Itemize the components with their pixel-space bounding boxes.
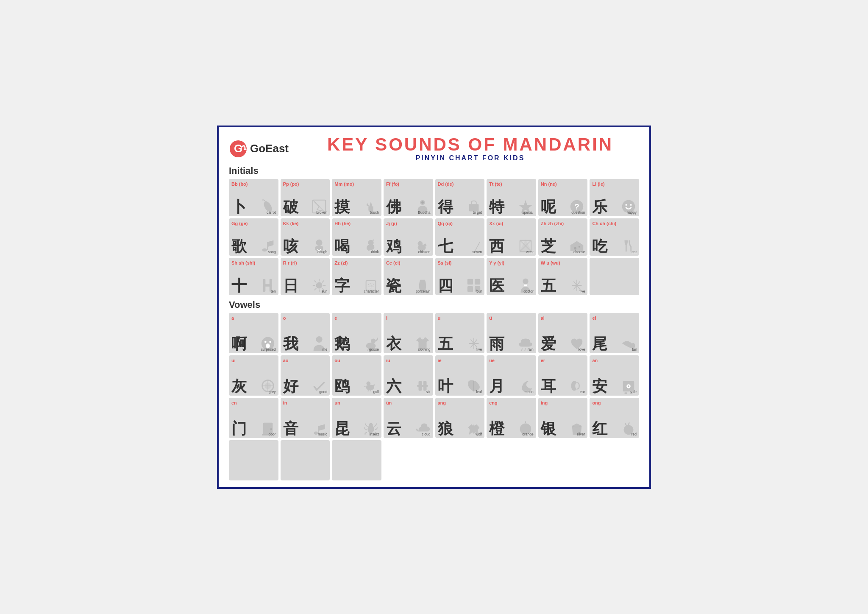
svg-line-41 [314,288,317,290]
svg-rect-46 [467,286,473,291]
grid-cell: ai爱love [538,313,588,353]
svg-line-38 [314,280,317,282]
cell-word: clothing [418,347,430,352]
cell-char: 门 [231,421,247,436]
grid-cell: Bb (bo)卜carrot [229,179,278,216]
vowels-grid: a啊surprisedo我mee鹅goosei衣clothingu五fiveü雨… [229,313,639,480]
cell-char: 字 [334,278,350,293]
cell-char: 耳 [541,379,556,394]
cell-word: doctor [523,289,534,293]
grid-cell [590,258,639,295]
cell-word: chicken [418,250,431,254]
grid-cell: in音music [281,398,330,438]
cell-word: drink [371,250,378,254]
grid-cell: ün云cloud [384,398,433,438]
svg-point-48 [523,278,528,284]
cell-label: Y y (yi) [489,260,534,266]
cell-body: 我 [283,322,328,352]
cell-char: 瓷 [386,278,401,293]
cell-char: 六 [386,379,401,394]
grid-cell: an安safe [590,355,639,396]
cell-word: to get [473,210,482,215]
cell-body: 尾 [592,322,637,352]
grid-cell: Ch ch (chi)吃eat [590,218,639,256]
svg-point-18 [316,239,323,246]
cell-char: 尾 [592,336,607,352]
cell-char: 十 [231,278,247,293]
svg-marker-26 [570,241,583,251]
cell-label: ou [334,358,379,363]
cell-label: Xx (xi) [489,221,534,226]
cell-label: Pp (po) [283,181,328,187]
grid-cell [229,440,278,480]
cell-label: Jj (ji) [386,221,431,226]
cell-char: 吃 [592,239,607,254]
cell-label: ei [592,315,637,321]
cell-body: 五 [541,267,585,293]
cell-char: 红 [592,421,607,436]
grid-cell: Qq (qi)七seven [435,218,485,256]
cell-word: six [426,390,430,394]
initials-label: Initials [229,165,639,176]
svg-point-16 [262,248,267,251]
cell-label: un [334,400,379,406]
cell-word: four [476,289,482,293]
cell-body: 六 [386,364,431,394]
cell-char: 橙 [489,421,504,436]
cell-word: tail [632,347,637,352]
cell-label: o [283,315,328,321]
cell-body: 日 [283,267,328,293]
svg-point-81 [369,423,373,427]
svg-text:G: G [234,142,242,155]
grid-cell: i衣clothing [384,313,433,353]
cell-char: 佛 [386,199,401,215]
svg-point-76 [270,428,272,430]
cell-word: five [579,289,585,293]
grid-cell: a啊surprised [229,313,278,353]
cell-char: 摸 [334,199,350,215]
grid-cell: eng橙orange [487,398,536,438]
grid-cell: ing银silver [538,398,588,438]
cell-char: 歌 [231,239,247,254]
cell-body: 鸥 [334,364,379,394]
cell-label: er [541,358,585,363]
svg-point-14 [625,204,627,206]
cell-char: 医 [489,278,504,293]
vowels-label: Vowels [229,299,639,310]
main-title: KEY SOUNDS OF MANDARIN [301,136,639,154]
grid-cell: Y y (yi)医doctor [487,258,536,295]
svg-line-57 [521,348,522,351]
cell-word: porcelain [416,289,431,293]
cell-label: Hh (he) [334,221,379,226]
cell-label: ie [438,358,482,363]
cell-label: Zz (zi) [334,260,379,266]
svg-line-40 [322,280,324,282]
cell-word: love [579,347,585,352]
cell-word: gull [373,390,379,394]
grid-cell: ao好good [281,355,330,396]
cell-char: 月 [489,379,504,394]
cell-body: 吃 [592,227,637,254]
cell-word: insect [370,432,379,436]
svg-point-28 [579,246,580,248]
cell-label: Mm (mo) [334,181,379,187]
cell-label: iu [386,358,431,363]
svg-point-8 [421,201,424,204]
cell-word: red [632,432,637,436]
cell-label: R r (ri) [283,260,328,266]
svg-point-52 [269,340,271,343]
logo-text: GoEast [250,142,289,155]
svg-text:字: 字 [367,282,374,289]
grid-cell: er耳ear [538,355,588,396]
grid-cell: Dd (de)得to get [435,179,485,216]
title-block: KEY SOUNDS OF MANDARIN PINYIN CHART FOR … [301,136,639,162]
cell-word: character [364,289,378,293]
grid-cell: ang狼wolf [435,398,485,438]
cell-label: Qq (qi) [438,221,482,226]
cell-word: Buddha [418,210,430,215]
cell-word: wolf [476,432,482,436]
cell-char: 银 [541,421,556,436]
grid-cell: o我me [281,313,330,353]
grid-cell: Hh (he)喝drink [332,218,381,256]
grid-cell: W u (wu)五five [538,258,588,295]
